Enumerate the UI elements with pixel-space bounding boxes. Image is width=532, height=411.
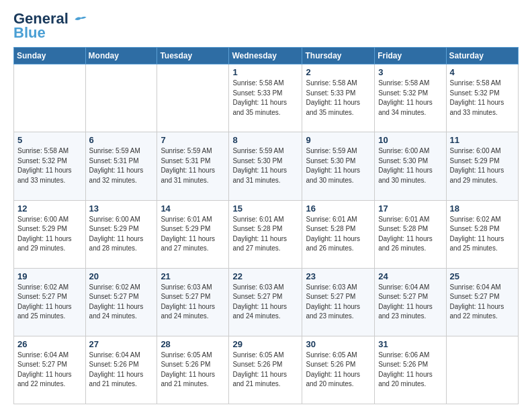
day-info: Sunrise: 6:00 AMSunset: 5:29 PMDaylight:… [89,215,154,254]
day-info: Sunrise: 6:05 AMSunset: 5:26 PMDaylight:… [161,351,225,390]
day-info: Sunrise: 5:58 AMSunset: 5:33 PMDaylight:… [232,79,298,118]
calendar-cell: 30Sunrise: 6:05 AMSunset: 5:26 PMDayligh… [302,336,375,404]
page: General Blue SundayMondayTuesdayWednesda… [0,0,532,411]
day-info: Sunrise: 6:00 AMSunset: 5:30 PMDaylight:… [378,146,442,185]
day-number: 12 [17,203,82,214]
calendar-cell: 11Sunrise: 6:00 AMSunset: 5:29 PMDayligh… [446,132,518,200]
day-info: Sunrise: 6:04 AMSunset: 5:27 PMDaylight:… [378,283,442,322]
weekday-header: Monday [85,48,157,64]
calendar-cell: 13Sunrise: 6:00 AMSunset: 5:29 PMDayligh… [85,200,157,268]
day-number: 23 [306,271,371,281]
day-number: 14 [161,203,225,214]
calendar-cell [85,64,157,132]
day-number: 20 [89,271,154,281]
day-info: Sunrise: 6:03 AMSunset: 5:27 PMDaylight:… [232,283,298,322]
day-number: 19 [17,271,82,281]
calendar-table: SundayMondayTuesdayWednesdayThursdayFrid… [13,47,519,404]
calendar-cell: 29Sunrise: 6:05 AMSunset: 5:26 PMDayligh… [229,336,302,404]
day-number: 8 [232,135,298,145]
calendar-cell: 8Sunrise: 5:59 AMSunset: 5:30 PMDaylight… [229,132,302,200]
calendar-week-row: 19Sunrise: 6:02 AMSunset: 5:27 PMDayligh… [14,268,519,336]
day-number: 21 [161,271,225,281]
calendar-cell: 22Sunrise: 6:03 AMSunset: 5:27 PMDayligh… [229,268,302,336]
day-number: 22 [232,271,298,281]
calendar-cell: 25Sunrise: 6:04 AMSunset: 5:27 PMDayligh… [446,268,518,336]
day-info: Sunrise: 6:01 AMSunset: 5:28 PMDaylight:… [378,215,442,254]
logo: General Blue [13,11,87,42]
day-info: Sunrise: 5:58 AMSunset: 5:32 PMDaylight:… [17,146,82,185]
day-number: 24 [378,271,442,281]
calendar-cell: 20Sunrise: 6:02 AMSunset: 5:27 PMDayligh… [85,268,157,336]
day-info: Sunrise: 5:58 AMSunset: 5:32 PMDaylight:… [378,79,442,118]
day-number: 27 [89,339,154,349]
day-info: Sunrise: 6:00 AMSunset: 5:29 PMDaylight:… [17,215,82,254]
calendar-cell: 7Sunrise: 5:59 AMSunset: 5:31 PMDaylight… [157,132,229,200]
weekday-header: Tuesday [157,48,229,64]
day-info: Sunrise: 5:59 AMSunset: 5:31 PMDaylight:… [89,146,154,185]
day-info: Sunrise: 6:02 AMSunset: 5:27 PMDaylight:… [17,283,82,322]
day-info: Sunrise: 6:04 AMSunset: 5:27 PMDaylight:… [450,283,515,322]
calendar-cell: 10Sunrise: 6:00 AMSunset: 5:30 PMDayligh… [375,132,446,200]
day-info: Sunrise: 6:02 AMSunset: 5:28 PMDaylight:… [450,215,515,254]
calendar-cell: 31Sunrise: 6:06 AMSunset: 5:26 PMDayligh… [375,336,446,404]
day-info: Sunrise: 6:01 AMSunset: 5:28 PMDaylight:… [232,215,298,254]
day-info: Sunrise: 5:59 AMSunset: 5:31 PMDaylight:… [161,146,225,185]
day-info: Sunrise: 5:59 AMSunset: 5:30 PMDaylight:… [232,146,298,185]
day-number: 6 [89,135,154,145]
day-number: 18 [450,203,515,214]
day-number: 15 [232,203,298,214]
calendar-cell: 1Sunrise: 5:58 AMSunset: 5:33 PMDaylight… [229,64,302,132]
day-number: 25 [450,271,515,281]
day-number: 7 [161,135,225,145]
day-info: Sunrise: 6:01 AMSunset: 5:28 PMDaylight:… [306,215,371,254]
weekday-header-row: SundayMondayTuesdayWednesdayThursdayFrid… [14,48,519,64]
weekday-header: Friday [375,48,446,64]
calendar-cell: 15Sunrise: 6:01 AMSunset: 5:28 PMDayligh… [229,200,302,268]
header: General Blue [13,11,519,42]
calendar-cell: 12Sunrise: 6:00 AMSunset: 5:29 PMDayligh… [14,200,86,268]
day-number: 4 [450,67,515,77]
day-number: 16 [306,203,371,214]
day-number: 13 [89,203,154,214]
day-number: 2 [306,67,371,77]
bird-icon [74,15,87,24]
calendar-cell: 28Sunrise: 6:05 AMSunset: 5:26 PMDayligh… [157,336,229,404]
calendar-cell: 23Sunrise: 6:03 AMSunset: 5:27 PMDayligh… [302,268,375,336]
day-number: 10 [378,135,442,145]
day-info: Sunrise: 5:58 AMSunset: 5:32 PMDaylight:… [450,79,515,118]
calendar-week-row: 5Sunrise: 5:58 AMSunset: 5:32 PMDaylight… [14,132,519,200]
calendar-cell [14,64,86,132]
day-info: Sunrise: 6:02 AMSunset: 5:27 PMDaylight:… [89,283,154,322]
calendar-cell: 3Sunrise: 5:58 AMSunset: 5:32 PMDaylight… [375,64,446,132]
day-info: Sunrise: 6:05 AMSunset: 5:26 PMDaylight:… [232,351,298,390]
calendar-cell: 26Sunrise: 6:04 AMSunset: 5:27 PMDayligh… [14,336,86,404]
calendar-cell: 2Sunrise: 5:58 AMSunset: 5:33 PMDaylight… [302,64,375,132]
day-info: Sunrise: 6:03 AMSunset: 5:27 PMDaylight:… [306,283,371,322]
weekday-header: Sunday [14,48,86,64]
day-info: Sunrise: 6:03 AMSunset: 5:27 PMDaylight:… [161,283,225,322]
day-number: 3 [378,67,442,77]
day-number: 26 [17,339,82,349]
day-number: 9 [306,135,371,145]
weekday-header: Thursday [302,48,375,64]
calendar-cell [157,64,229,132]
day-number: 5 [17,135,82,145]
calendar-cell: 21Sunrise: 6:03 AMSunset: 5:27 PMDayligh… [157,268,229,336]
calendar-cell: 17Sunrise: 6:01 AMSunset: 5:28 PMDayligh… [375,200,446,268]
day-info: Sunrise: 6:04 AMSunset: 5:27 PMDaylight:… [17,351,82,390]
calendar-cell: 9Sunrise: 5:59 AMSunset: 5:30 PMDaylight… [302,132,375,200]
logo-blue: Blue [13,24,46,42]
day-info: Sunrise: 6:01 AMSunset: 5:29 PMDaylight:… [161,215,225,254]
calendar-cell: 14Sunrise: 6:01 AMSunset: 5:29 PMDayligh… [157,200,229,268]
calendar-cell: 5Sunrise: 5:58 AMSunset: 5:32 PMDaylight… [14,132,86,200]
day-info: Sunrise: 6:00 AMSunset: 5:29 PMDaylight:… [450,146,515,185]
day-number: 29 [232,339,298,349]
calendar-cell: 18Sunrise: 6:02 AMSunset: 5:28 PMDayligh… [446,200,518,268]
day-number: 17 [378,203,442,214]
weekday-header: Saturday [446,48,518,64]
calendar-week-row: 26Sunrise: 6:04 AMSunset: 5:27 PMDayligh… [14,336,519,404]
day-info: Sunrise: 5:58 AMSunset: 5:33 PMDaylight:… [306,79,371,118]
calendar-cell: 27Sunrise: 6:04 AMSunset: 5:26 PMDayligh… [85,336,157,404]
day-info: Sunrise: 6:05 AMSunset: 5:26 PMDaylight:… [306,351,371,390]
day-number: 11 [450,135,515,145]
